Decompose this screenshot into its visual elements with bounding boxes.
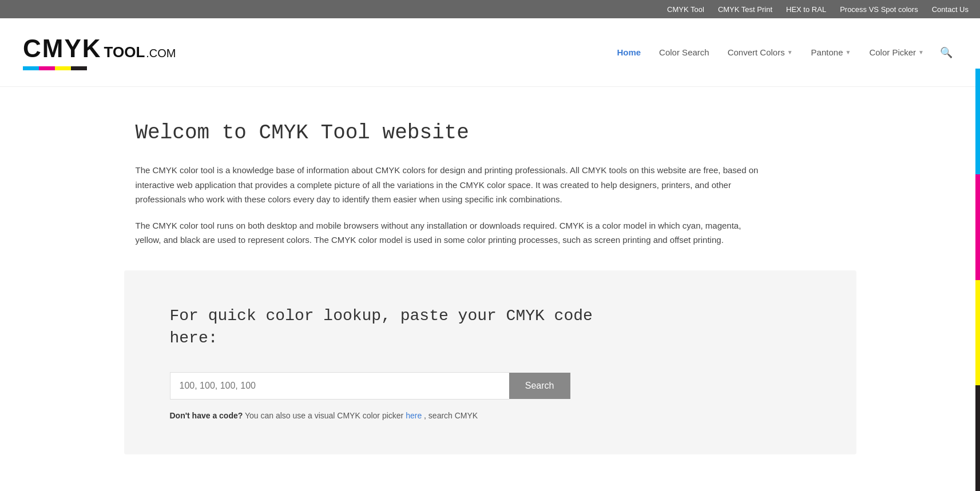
lookup-title: For quick color lookup, paste your CMYK … xyxy=(170,305,811,349)
logo-color-bars xyxy=(23,66,176,70)
topbar-link-cmyk-tool[interactable]: CMYK Tool xyxy=(667,5,704,14)
top-bar: CMYK Tool CMYK Test Print HEX to RAL Pro… xyxy=(0,0,980,18)
logo[interactable]: CMYK TOOL .COM xyxy=(23,34,176,70)
nav-search-button[interactable]: 🔍 xyxy=(935,42,957,63)
dont-have-label: Don't have a code? xyxy=(170,411,243,420)
color-picker-caret: ▼ xyxy=(918,49,924,55)
header: CMYK TOOL .COM Home Color Search Convert… xyxy=(0,18,980,87)
lookup-form: Search xyxy=(170,372,570,400)
dont-have-code-text: Don't have a code? You can also use a vi… xyxy=(170,411,811,420)
topbar-link-hex-to-ral[interactable]: HEX to RAL xyxy=(786,5,826,14)
lookup-box: For quick color lookup, paste your CMYK … xyxy=(124,270,856,454)
main-content: Welcom to CMYK Tool website The CMYK col… xyxy=(90,87,891,477)
bar-magenta xyxy=(39,66,55,70)
main-nav: Home Color Search Convert Colors ▼ Panto… xyxy=(610,42,957,63)
dont-have-description: You can also use a visual CMYK color pic… xyxy=(245,411,406,420)
color-strip xyxy=(975,69,980,477)
strip-cyan xyxy=(975,69,980,174)
logo-cmyk: CMYK xyxy=(23,34,102,63)
intro-paragraph-2: The CMYK color tool runs on both desktop… xyxy=(136,218,765,248)
lookup-title-line2: here: xyxy=(170,329,218,347)
topbar-link-process-vs-spot[interactable]: Process VS Spot colors xyxy=(840,5,918,14)
nav-item-convert-colors[interactable]: Convert Colors ▼ xyxy=(721,43,800,62)
nav-item-home[interactable]: Home xyxy=(610,43,648,62)
lookup-title-line1: For quick color lookup, paste your CMYK … xyxy=(170,307,593,325)
cmyk-code-input[interactable] xyxy=(170,372,509,400)
nav-item-color-search[interactable]: Color Search xyxy=(652,43,716,62)
strip-yellow xyxy=(975,280,980,386)
page-title: Welcom to CMYK Tool website xyxy=(136,121,845,145)
nav-label-convert-colors: Convert Colors xyxy=(728,47,785,57)
topbar-link-contact-us[interactable]: Contact Us xyxy=(932,5,969,14)
logo-dotcom: .COM xyxy=(146,47,176,60)
search-button[interactable]: Search xyxy=(509,373,570,399)
topbar-link-cmyk-test-print[interactable]: CMYK Test Print xyxy=(718,5,772,14)
bar-black xyxy=(71,66,87,70)
convert-colors-caret: ▼ xyxy=(787,49,793,55)
strip-magenta xyxy=(975,174,980,280)
pantone-caret: ▼ xyxy=(846,49,851,55)
nav-item-color-picker[interactable]: Color Picker ▼ xyxy=(862,43,931,62)
nav-label-pantone: Pantone xyxy=(811,47,843,57)
strip-black xyxy=(975,385,980,477)
intro-paragraph-1: The CMYK color tool is a knowledge base … xyxy=(136,163,765,207)
bar-cyan xyxy=(23,66,39,70)
nav-label-color-picker: Color Picker xyxy=(869,47,916,57)
dont-have-suffix: , search CMYK xyxy=(424,411,478,420)
color-picker-link[interactable]: here xyxy=(406,411,422,420)
bar-yellow xyxy=(55,66,71,70)
nav-item-pantone[interactable]: Pantone ▼ xyxy=(804,43,858,62)
logo-tool: TOOL xyxy=(104,43,145,61)
